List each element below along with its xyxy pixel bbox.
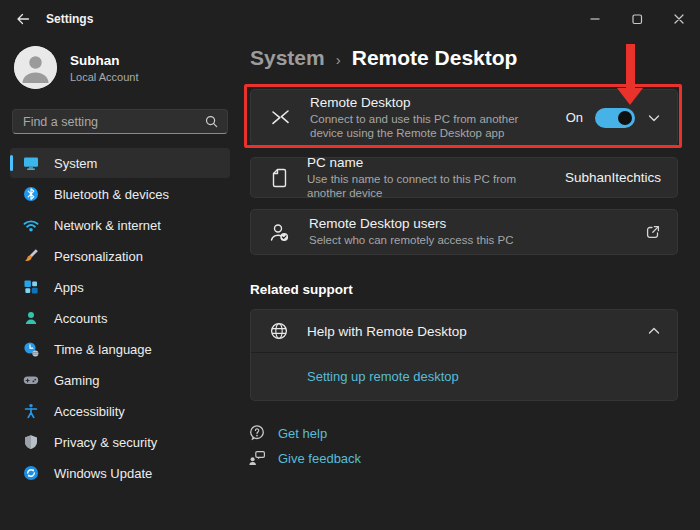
remote-desktop-users-card[interactable]: Remote Desktop users Select who can remo…	[250, 209, 678, 255]
toggle-state-label: On	[566, 110, 583, 125]
sidebar-item-label: Network & internet	[54, 218, 161, 233]
pc-name-value: SubhanItechtics	[565, 170, 661, 185]
minimize-button[interactable]	[574, 0, 616, 38]
sidebar-item-network-internet[interactable]: Network & internet	[10, 210, 230, 240]
remote-desktop-title: Remote Desktop	[310, 95, 548, 110]
back-button[interactable]	[8, 6, 38, 32]
close-icon	[671, 11, 687, 27]
give-feedback-link[interactable]: Give feedback	[248, 449, 361, 467]
sidebar-item-accounts[interactable]: Accounts	[10, 303, 230, 333]
remote-desktop-description: Connect to and use this PC from another …	[310, 112, 548, 141]
maximize-icon	[629, 11, 645, 27]
related-support-heading: Related support	[250, 282, 353, 297]
update-icon	[23, 465, 39, 481]
help-card-title: Help with Remote Desktop	[307, 324, 629, 339]
get-help-label: Get help	[278, 426, 327, 441]
annotation-arrow	[626, 44, 635, 90]
breadcrumb-separator: ›	[336, 51, 341, 68]
sidebar-item-label: Privacy & security	[54, 435, 157, 450]
search-input[interactable]	[23, 115, 204, 129]
search-icon	[204, 114, 219, 129]
sidebar-item-label: Personalization	[54, 249, 143, 264]
remote-desktop-icon	[269, 107, 292, 128]
chevron-up-icon[interactable]	[647, 324, 661, 338]
users-card-description: Select who can remotely access this PC	[309, 233, 614, 248]
wifi-icon	[23, 217, 39, 233]
sidebar-nav: System Bluetooth & devices Network & int…	[10, 148, 230, 489]
close-button[interactable]	[658, 0, 700, 38]
sidebar-item-label: Time & language	[54, 342, 152, 357]
pc-name-title: PC name	[307, 155, 547, 170]
give-feedback-label: Give feedback	[278, 451, 361, 466]
remote-desktop-card[interactable]: Remote Desktop Connect to and use this P…	[250, 89, 678, 146]
pc-name-icon	[269, 167, 289, 189]
page-title: Remote Desktop	[352, 46, 518, 70]
sidebar-item-windows-update[interactable]: Windows Update	[10, 458, 230, 488]
get-help-icon	[248, 424, 266, 442]
chevron-down-icon[interactable]	[647, 111, 661, 125]
sidebar-item-label: Windows Update	[54, 466, 152, 481]
sidebar-item-accessibility[interactable]: Accessibility	[10, 396, 230, 426]
help-card: Help with Remote Desktop Setting up remo…	[250, 309, 678, 401]
remote-desktop-toggle[interactable]	[595, 108, 635, 128]
setting-up-remote-desktop-link[interactable]: Setting up remote desktop	[307, 369, 459, 384]
sidebar-item-personalization[interactable]: Personalization	[10, 241, 230, 271]
app-title: Settings	[46, 12, 93, 26]
globe-icon	[269, 321, 289, 341]
avatar	[14, 46, 57, 89]
get-help-link[interactable]: Get help	[248, 424, 327, 442]
sidebar-item-bluetooth-devices[interactable]: Bluetooth & devices	[10, 179, 230, 209]
help-card-header[interactable]: Help with Remote Desktop	[251, 310, 677, 352]
pc-name-card[interactable]: PC name Use this name to connect to this…	[250, 157, 678, 198]
accounts-icon	[23, 310, 39, 326]
users-card-title: Remote Desktop users	[309, 216, 627, 231]
breadcrumb-parent[interactable]: System	[250, 46, 325, 70]
sidebar-item-system[interactable]: System	[10, 148, 230, 178]
sidebar-item-time-language[interactable]: Time & language	[10, 334, 230, 364]
maximize-button[interactable]	[616, 0, 658, 38]
system-icon	[23, 155, 39, 171]
sidebar-item-label: Accessibility	[54, 404, 125, 419]
minimize-icon	[587, 11, 603, 27]
gamepad-icon	[23, 372, 39, 388]
titlebar: Settings	[0, 0, 700, 38]
accessibility-icon	[23, 403, 39, 419]
breadcrumb: System › Remote Desktop	[250, 46, 517, 70]
sidebar-item-label: Bluetooth & devices	[54, 187, 169, 202]
users-check-icon	[269, 222, 291, 243]
brush-icon	[23, 248, 39, 264]
profile-account-type: Local Account	[70, 71, 139, 83]
external-link-icon[interactable]	[645, 224, 661, 240]
sidebar-item-label: System	[54, 156, 97, 171]
sidebar-item-label: Apps	[54, 280, 84, 295]
shield-icon	[23, 434, 39, 450]
feedback-icon	[248, 449, 266, 467]
pc-name-description: Use this name to connect to this PC from…	[307, 172, 547, 201]
profile-name: Subhan	[70, 53, 139, 68]
selected-indicator	[10, 155, 13, 171]
toggle-knob	[618, 111, 632, 125]
sidebar-item-gaming[interactable]: Gaming	[10, 365, 230, 395]
sidebar-item-privacy-security[interactable]: Privacy & security	[10, 427, 230, 457]
annotation-arrow-head	[617, 88, 643, 105]
back-arrow-icon	[15, 11, 31, 27]
sidebar-item-apps[interactable]: Apps	[10, 272, 230, 302]
sidebar-item-label: Accounts	[54, 311, 107, 326]
clock-icon	[23, 341, 39, 357]
bluetooth-icon	[23, 186, 39, 202]
user-profile[interactable]: Subhan Local Account	[14, 46, 139, 89]
sidebar-item-label: Gaming	[54, 373, 100, 388]
apps-icon	[23, 279, 39, 295]
search-box[interactable]	[12, 109, 228, 134]
